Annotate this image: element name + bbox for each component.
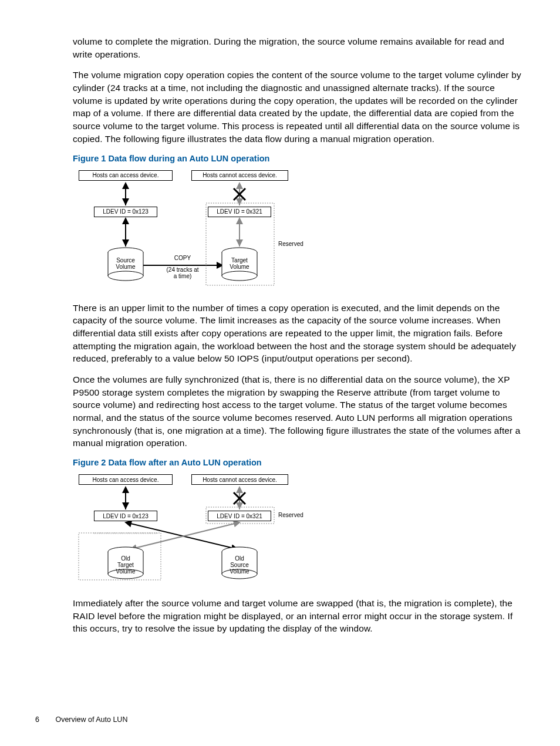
figure-1-diagram: Hosts can access device. Hosts cannot ac… bbox=[74, 170, 291, 288]
paragraph: Once the volumes are fully synchronized … bbox=[73, 373, 525, 450]
figure-2-diagram: Hosts can access device. Hosts cannot ac… bbox=[74, 474, 309, 583]
old-tgt-label: Old Target Volume bbox=[112, 555, 140, 575]
figure-caption: Figure 1 Data flow during an Auto LUN op… bbox=[73, 154, 525, 163]
ldev-tgt-box: LDEV ID = 0x321 bbox=[208, 207, 271, 217]
src-vol-label: Source Volume bbox=[112, 257, 140, 270]
footer-title: Overview of Auto LUN bbox=[55, 715, 127, 724]
figure-caption: Figure 2 Data flow after an Auto LUN ope… bbox=[73, 458, 525, 467]
paragraph: The volume migration copy operation copi… bbox=[73, 69, 525, 145]
tracks-label: (24 tracks at a time) bbox=[156, 266, 209, 279]
ldev-tgt-box: LDEV ID = 0x321 bbox=[208, 511, 271, 521]
ldev-src-box: LDEV ID = 0x123 bbox=[94, 511, 157, 521]
hosts-can-box: Hosts can access device. bbox=[79, 170, 173, 181]
hosts-can-box: Hosts can access device. bbox=[79, 474, 173, 485]
paragraph: There is an upper limit to the number of… bbox=[73, 302, 525, 365]
hosts-cannot-box: Hosts cannot access device. bbox=[191, 474, 288, 485]
reserved-label: Reserved bbox=[278, 241, 303, 247]
ldev-src-box: LDEV ID = 0x123 bbox=[94, 207, 157, 217]
paragraph: Immediately after the source volume and … bbox=[73, 597, 525, 635]
svg-point-12 bbox=[108, 271, 143, 281]
copy-label: COPY bbox=[159, 255, 206, 261]
paragraph: volume to complete the migration. During… bbox=[73, 35, 525, 60]
hosts-cannot-box: Hosts cannot access device. bbox=[191, 170, 288, 181]
page-footer: 6 Overview of Auto LUN bbox=[35, 715, 127, 724]
page-number: 6 bbox=[35, 715, 39, 724]
tgt-vol-label: Target Volume bbox=[225, 257, 254, 270]
old-src-label: Old Source Volume bbox=[225, 555, 254, 575]
reserved-label: Reserved bbox=[278, 512, 303, 518]
svg-point-17 bbox=[222, 271, 257, 281]
